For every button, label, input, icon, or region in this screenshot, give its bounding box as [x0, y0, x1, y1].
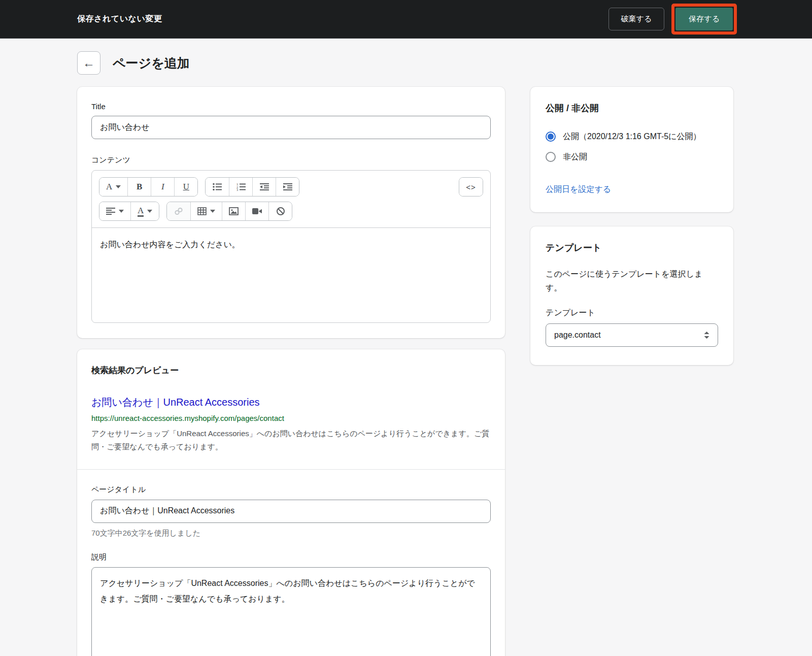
text-style-label: A — [106, 182, 112, 192]
caret-down-icon — [210, 210, 215, 213]
content-field-label: コンテンツ — [91, 155, 491, 165]
search-preview-title: お問い合わせ｜UnReact Accessories — [91, 396, 491, 409]
insert-image-button[interactable] — [222, 202, 245, 220]
unsaved-changes-bar: 保存されていない変更 破棄する 保存する — [0, 0, 812, 39]
text-color-dropdown[interactable]: A — [130, 202, 159, 220]
underline-button[interactable]: U — [174, 178, 197, 196]
search-preview-card: 検索結果のプレビュー お問い合わせ｜UnReact Accessories ht… — [77, 349, 505, 656]
arrow-left-icon: ← — [83, 57, 95, 69]
save-button[interactable]: 保存する — [675, 8, 733, 30]
clear-formatting-button[interactable] — [268, 202, 292, 220]
select-updown-icon — [704, 332, 709, 339]
unsaved-changes-message: 保存されていない変更 — [77, 14, 162, 24]
page-title-input[interactable] — [91, 500, 491, 523]
rich-text-editor: A B I U — [91, 170, 491, 323]
page-content: ← ページを追加 Title コンテンツ — [0, 51, 812, 656]
set-publish-date-link[interactable]: 公開日を設定する — [546, 184, 611, 195]
page-header: ← ページを追加 — [77, 51, 735, 75]
visible-radio-label: 公開（2020/12/3 1:16 GMT-5に公開） — [563, 130, 701, 143]
template-select-value: page.contact — [554, 331, 601, 340]
description-field-label: 説明 — [91, 552, 491, 562]
radio-unselected-icon — [546, 152, 556, 162]
link-icon — [174, 207, 184, 216]
insert-table-dropdown[interactable] — [190, 202, 222, 220]
title-input[interactable] — [91, 116, 491, 139]
text-style-dropdown[interactable]: A — [99, 178, 127, 196]
text-color-icon: A — [138, 206, 144, 217]
indent-icon — [283, 183, 292, 191]
editor-toolbar: A B I U — [92, 171, 490, 227]
hidden-radio-label: 非公開 — [563, 151, 587, 163]
image-icon — [229, 207, 239, 215]
visible-radio-option[interactable]: 公開（2020/12/3 1:16 GMT-5に公開） — [546, 130, 718, 143]
video-icon — [252, 208, 262, 215]
insert-video-button[interactable] — [245, 202, 268, 220]
content-editor-area[interactable]: お問い合わせ内容をご入力ください。 — [92, 228, 490, 322]
bold-button[interactable]: B — [127, 178, 151, 196]
back-button[interactable]: ← — [77, 51, 100, 75]
numbered-list-button[interactable]: 1 2 3 — [229, 178, 252, 196]
bulleted-list-icon — [213, 183, 222, 191]
bulleted-list-button[interactable] — [206, 178, 229, 196]
description-textarea[interactable] — [91, 567, 491, 656]
template-heading: テンプレート — [546, 242, 718, 254]
savebar-actions: 破棄する 保存する — [608, 4, 737, 35]
hidden-radio-option[interactable]: 非公開 — [546, 151, 718, 163]
align-left-icon — [106, 207, 115, 215]
italic-button[interactable]: I — [151, 178, 174, 196]
svg-text:3: 3 — [236, 188, 239, 191]
template-description: このページに使うテンプレートを選択します。 — [546, 267, 718, 294]
numbered-list-icon: 1 2 3 — [236, 183, 246, 191]
search-preview-description: アクセサリーショップ「UnReact Accessories」へのお問い合わせは… — [91, 427, 491, 454]
page-title-field-label: ページタイトル — [91, 485, 491, 495]
caret-down-icon — [147, 210, 152, 213]
outdent-icon — [260, 183, 269, 191]
title-field-label: Title — [91, 102, 491, 111]
alignment-dropdown[interactable] — [99, 202, 130, 220]
insert-link-button[interactable] — [167, 202, 190, 220]
caret-down-icon — [116, 185, 121, 188]
search-preview-url: https://unreact-accessories.myshopify.co… — [91, 414, 491, 422]
outdent-button[interactable] — [252, 178, 276, 196]
table-icon — [197, 207, 207, 215]
caret-down-icon — [119, 210, 124, 213]
discard-button[interactable]: 破棄する — [608, 8, 665, 30]
template-select-label: テンプレート — [546, 308, 718, 318]
template-select[interactable]: page.contact — [546, 323, 718, 347]
page-title: ページを追加 — [113, 55, 190, 72]
char-count-helper: 70文字中26文字を使用しました — [91, 529, 491, 538]
save-button-highlight-annotation: 保存する — [671, 4, 737, 35]
template-card: テンプレート このページに使うテンプレートを選択します。 テンプレート page… — [530, 226, 733, 365]
title-content-card: Title コンテンツ A — [77, 87, 505, 338]
ban-icon — [276, 207, 285, 216]
search-preview-heading: 検索結果のプレビュー — [91, 365, 491, 376]
visibility-card: 公開 / 非公開 公開（2020/12/3 1:16 GMT-5に公開） 非公開… — [530, 87, 733, 212]
visibility-heading: 公開 / 非公開 — [546, 102, 718, 114]
indent-button[interactable] — [276, 178, 299, 196]
show-html-button[interactable]: <> — [459, 178, 483, 196]
radio-selected-icon — [546, 132, 556, 142]
